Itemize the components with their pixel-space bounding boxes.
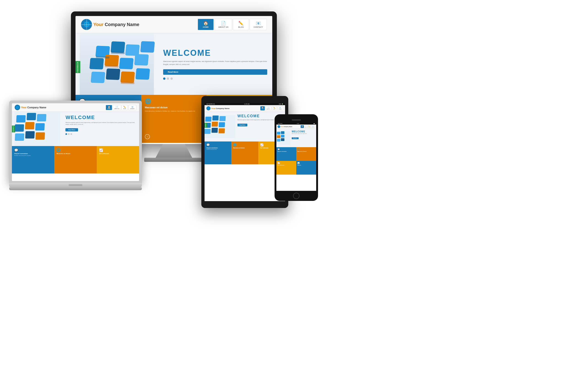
nav-about-phone[interactable]: 📄 ABOUT	[304, 125, 307, 128]
f2-phone: 🌐 Maecenas vel dictum	[296, 147, 316, 161]
feature-1-tablet: 💬 Aliquam eratvolution Vestibulum ante i…	[205, 141, 231, 164]
read-more-tablet[interactable]: Read More	[238, 124, 248, 126]
monitor-stand	[156, 144, 192, 158]
hero-body-desktop: Maecenas egestas sapien sit amet magna l…	[163, 60, 267, 66]
hero-body-phone: Maecenas egestas sapien sit amet magna l…	[292, 133, 315, 134]
nav-contact-tablet[interactable]: 📧 CONTACT	[277, 106, 283, 111]
phone-network: NETWORK	[278, 123, 282, 124]
nav-contact-desktop[interactable]: 📧 CONTACT	[250, 19, 267, 30]
svg-rect-34	[205, 129, 211, 134]
nav-blog-tablet[interactable]: ✏️ BLOG	[272, 106, 277, 111]
nav-about-label-desktop: ABOUT US	[218, 26, 228, 28]
f3-title-laptop: Sed malesuada	[99, 153, 137, 154]
nav-tablet: 🏠 HOME 📄 ABOUT US ✏️ BLOG 📧	[260, 106, 283, 111]
svg-rect-5	[89, 58, 104, 70]
feedback-laptop: FEEDBACK	[12, 125, 15, 132]
laptop-screen: 🌐 Your Company Name 🏠 HOME 📄 ABOUT US	[12, 103, 139, 181]
hero-visual-phone	[276, 129, 290, 147]
dot-3-laptop	[71, 133, 72, 135]
tablet-time: 11:05 AM	[244, 103, 249, 105]
about-icon-tablet: 📄	[267, 107, 270, 109]
nav-home-phone-label: HOME	[301, 127, 303, 128]
hero-dots-desktop	[163, 78, 267, 80]
dot-1-laptop	[65, 133, 67, 135]
svg-rect-25	[25, 131, 35, 139]
phone-frame: NETWORK 12:32 ▮▮▮ 🌐 Your Company Name 🏠 …	[274, 114, 318, 201]
home-icon-tablet: 🏠	[262, 107, 263, 109]
hero-content-laptop: WELCOME Maecenas egestas sapien sit amet…	[63, 112, 139, 146]
feature-2-title-desktop: Maecenas vel dictum	[145, 106, 203, 109]
tablet-battery: 51% 🔋	[279, 103, 283, 105]
nav-blog-label-desktop: BLOG	[238, 26, 244, 28]
feature-1-laptop: 💬 Aliquam eratvolution Vestibulum ante i…	[12, 146, 54, 173]
nav-home-desktop[interactable]: 🏠 HOME	[198, 19, 214, 30]
f2-icon-tablet: 🌐	[233, 143, 256, 147]
laptop-bottom	[9, 183, 142, 187]
scene: 🌐 Your Company Name 🏠 HOME 📄 ABOUT US	[0, 0, 588, 373]
contact-icon-desktop: 📧	[256, 21, 261, 26]
hero-visual-desktop: FEEDBACK	[75, 33, 158, 95]
f1-title-laptop: Aliquam eratvolution	[14, 153, 52, 154]
nav-blog-desktop[interactable]: ✏️ BLOG	[233, 19, 249, 30]
f1-icon-tablet: 💬	[206, 143, 230, 147]
feature-2-arrow-desktop[interactable]: →	[145, 134, 150, 139]
svg-rect-41	[281, 135, 284, 138]
hero-title-phone: WELCOME	[292, 130, 315, 133]
home-icon-laptop: 🏠	[108, 106, 110, 108]
hero-visual-tablet: FEEDBACK	[205, 112, 235, 141]
logo-desktop: 🌐 Your Company Name	[81, 19, 139, 30]
nav-home-tablet[interactable]: 🏠 HOME	[260, 106, 265, 111]
smartphone: NETWORK 12:32 ▮▮▮ 🌐 Your Company Name 🏠 …	[274, 114, 318, 201]
read-more-btn-desktop[interactable]: Read More	[163, 69, 267, 75]
read-more-laptop[interactable]: Read More	[65, 128, 78, 131]
svg-rect-23	[35, 123, 45, 131]
svg-rect-43	[281, 138, 284, 141]
dot-3-desktop	[170, 78, 173, 80]
svg-rect-29	[212, 116, 219, 121]
hero-tiles-svg	[75, 33, 158, 95]
svg-rect-18	[16, 115, 26, 122]
nav-blog-laptop[interactable]: ✏️ BLOG	[122, 105, 128, 110]
svg-rect-11	[120, 71, 135, 83]
nav-contact-label-tablet: CONTACT	[279, 109, 282, 110]
phone-home-button[interactable]	[293, 193, 299, 199]
company-name-phone: Your Company Name	[281, 126, 292, 127]
phone-status-bar: NETWORK 12:32 ▮▮▮	[276, 122, 316, 125]
f3-title-phone: Sed malesuada	[278, 165, 295, 166]
monitor-base	[144, 158, 204, 162]
svg-rect-26	[35, 132, 45, 140]
hero-tiles-laptop	[12, 112, 63, 146]
f4-title-phone: Aliquam	[297, 165, 315, 166]
nav-about-tablet[interactable]: 📄 ABOUT US	[265, 106, 271, 111]
nav-about-laptop[interactable]: 📄 ABOUT US	[113, 105, 121, 110]
nav-about-phone-label: ABOUT	[305, 127, 307, 128]
features-tablet: 💬 Aliquam eratvolution Vestibulum ante i…	[205, 141, 285, 164]
hero-title-laptop: WELCOME	[65, 114, 136, 121]
feature-3-laptop: 📈 Sed malesuada	[97, 146, 139, 173]
nav-contact-laptop[interactable]: 📧 CONTACT	[128, 105, 136, 110]
nav-home-laptop[interactable]: 🏠 HOME	[106, 105, 112, 110]
f3-phone: 📈 Sed malesuada	[276, 161, 296, 175]
nav-contact-phone[interactable]: 📧 CONTACT	[311, 125, 315, 128]
f1-text-laptop: Vestibulum ante ipsum primis in faucibus	[14, 155, 52, 156]
f1-title-tablet: Aliquam eratvolution	[206, 147, 230, 149]
about-icon-desktop: 📄	[221, 21, 226, 26]
nav-home-label-tablet: HOME	[262, 109, 263, 110]
features-phone: 💬 Aliquam eratvolution 🌐 Maecenas vel di…	[276, 147, 316, 175]
phone-speaker	[292, 119, 301, 121]
nav-about-desktop[interactable]: 📄 ABOUT US	[214, 19, 232, 30]
laptop-base	[9, 187, 142, 190]
nav-blog-phone[interactable]: ✏️ BLOG	[307, 125, 311, 128]
nav-phone: 🏠 HOME 📄 ABOUT ✏️ BLOG 📧	[301, 125, 315, 128]
svg-rect-7	[119, 58, 133, 70]
nav-blog-phone-label: BLOG	[309, 127, 310, 128]
trackpad	[69, 184, 82, 186]
read-more-phone[interactable]: Read More	[292, 137, 299, 139]
hero-tiles-tablet	[205, 112, 235, 141]
laptop-frame: 🌐 Your Company Name 🏠 HOME 📄 ABOUT US	[9, 101, 142, 183]
svg-rect-38	[277, 132, 280, 135]
svg-rect-36	[219, 129, 225, 133]
feedback-tag-desktop[interactable]: FEEDBACK	[75, 61, 80, 73]
feature-2-laptop: 🌐 Maecenas vel dictum	[54, 146, 96, 173]
nav-home-phone[interactable]: 🏠 HOME	[301, 125, 304, 128]
